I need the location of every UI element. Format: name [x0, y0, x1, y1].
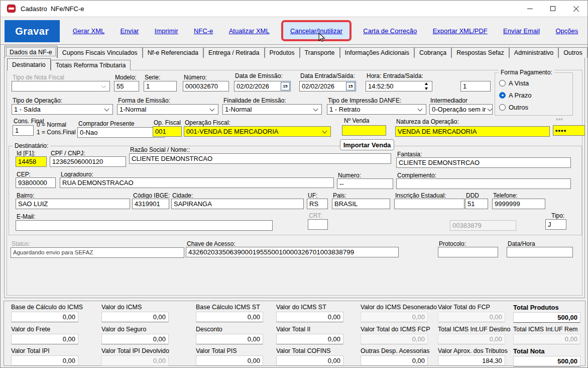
tab-entrega-retirada[interactable]: Entrega / Retirada — [203, 47, 264, 58]
natureza-operacao-label: Natureza da Operação: — [396, 118, 459, 125]
radio-label-outros: Outros — [509, 104, 528, 111]
complemento-field[interactable] — [396, 178, 571, 189]
crt-field[interactable] — [308, 219, 328, 230]
email-field[interactable] — [16, 220, 273, 231]
total-value-field[interactable]: 0,00 — [101, 355, 169, 366]
total-value-field[interactable]: 0,00 — [196, 334, 263, 344]
telefone-field[interactable]: 9999999 — [492, 199, 545, 209]
total-value-field[interactable]: 0,00 — [11, 312, 78, 322]
tab-informa-es-adicionais[interactable]: Informações Adicionais — [340, 47, 415, 58]
maximize-icon — [550, 6, 555, 11]
calendar-icon[interactable]: 15 — [346, 82, 355, 90]
total-value-field[interactable]: 0,00 — [513, 334, 580, 344]
total-value-field[interactable]: 0,00 — [276, 355, 343, 366]
tab-dados-da-nf-e[interactable]: Dados da NF-e — [5, 46, 57, 58]
total-label: Valor do ICMS Desonerado — [361, 304, 438, 311]
total-value-field[interactable]: 0,00 — [11, 355, 78, 366]
total-value-field[interactable]: 0,00 — [101, 312, 169, 322]
total-label: Outras Desp. Acessorias — [361, 347, 438, 354]
subtab-totais-reforma-tributaria[interactable]: Totais Reforma Tributaria — [51, 60, 131, 70]
tipo-field[interactable]: J — [545, 219, 566, 230]
ddd-field[interactable]: 51 — [465, 199, 488, 209]
tipo-operacao-combo[interactable]: 1 - Saída — [12, 104, 113, 115]
extra-field[interactable]: 1 — [460, 81, 491, 91]
total-value-field[interactable]: 0,00 — [438, 312, 505, 322]
total-value-field[interactable]: 500,00 — [513, 312, 580, 323]
tipo-impressao-danfe-combo[interactable]: 1 - Retrato — [327, 104, 426, 115]
radio-a-vista[interactable]: A Vista — [499, 77, 572, 89]
maximize-button[interactable] — [541, 1, 564, 17]
modelo-field[interactable]: 55 — [114, 81, 139, 91]
tab-cupons-fiscais-vinculados[interactable]: Cupons Fiscais Vinculados — [57, 47, 143, 58]
cidade-field[interactable]: SAPIRANGA — [171, 199, 304, 209]
total-value-field[interactable]: 0,00 — [438, 334, 505, 344]
total-value-field[interactable]: 0,00 — [276, 334, 343, 344]
toolbar-link-op-es[interactable]: Opções — [555, 27, 578, 35]
cpf-cnpj-field[interactable]: 12362506000120 — [50, 156, 126, 167]
numero-nf-field[interactable]: 000032670 — [183, 81, 229, 91]
total-value-field[interactable]: 0,00 — [196, 355, 263, 366]
total-label: Valor Total II — [276, 326, 361, 333]
total-value-field[interactable]: 0,00 — [101, 334, 169, 344]
cons-final-field[interactable]: 1 — [13, 125, 34, 136]
total-value-field[interactable]: 0,00 — [11, 334, 78, 344]
comprador-presente-combo[interactable]: 0-Nao — [77, 127, 165, 138]
op-fiscal-field[interactable]: 001 — [153, 126, 182, 137]
fantasia-field[interactable]: CLIENTE DEMONSTRCAO — [396, 157, 571, 168]
chave-acesso-field[interactable]: 4326020335063900019555001000032670100383… — [186, 247, 399, 257]
cep-label: CEP: — [17, 171, 31, 178]
toolbar-item-imprimir: Imprimir — [151, 20, 182, 41]
toolbar-link-exportar-xml-pdf[interactable]: Exportar XML/PDF — [433, 27, 488, 35]
toolbar-link-gerar-xml[interactable]: Gerar XML — [73, 27, 105, 35]
pais-field[interactable]: BRASIL — [332, 199, 390, 209]
inscricao-estadual-field[interactable] — [394, 199, 464, 209]
logradouro-field[interactable]: RUA DEMONSTRACAO — [60, 177, 334, 188]
toolbar-link-enviar-email[interactable]: Enviar Email — [503, 27, 540, 35]
close-button[interactable] — [564, 1, 587, 17]
total-value-field[interactable]: 0,00 — [196, 312, 263, 322]
time-spinner-icon[interactable] — [423, 82, 430, 90]
tab-cobran-a[interactable]: Cobrança — [414, 47, 451, 58]
toolbar-link-carta-de-corre-o[interactable]: Carta de Correção — [363, 27, 417, 35]
operacao-fiscal-combo[interactable]: 001-VENDA DE MERCADORIA — [184, 126, 331, 137]
subtab-destinatario[interactable]: Destinatario — [7, 58, 51, 70]
forma-emissao-combo[interactable]: 1-Normal — [117, 104, 218, 115]
total-value-field[interactable]: 0,00 — [361, 312, 428, 322]
radio-outros[interactable]: Outros — [499, 101, 572, 113]
toolbar-link-nfc-e[interactable]: NFC-e — [194, 27, 213, 35]
tipo-nota-fiscal-combo[interactable] — [12, 81, 110, 91]
serie-field[interactable]: 1 — [144, 81, 177, 91]
uf-field[interactable]: RS — [307, 199, 328, 209]
tab-respostas-sefaz[interactable]: Respostas Sefaz — [451, 47, 509, 58]
tab-nf-e-referenciada[interactable]: Nf-e Referenciada — [143, 47, 203, 58]
total-value-field[interactable]: 0,00 — [361, 355, 428, 366]
cep-field[interactable]: 93800000 — [16, 177, 56, 188]
total-value-field[interactable]: 0,00 — [276, 312, 343, 322]
calendar-icon[interactable]: 15 — [281, 82, 290, 90]
toolbar-link-atualizar-xml[interactable]: Atualizar XML — [229, 27, 270, 35]
codigo-ibge-field[interactable]: 4319901 — [132, 199, 169, 209]
total-value-field[interactable]: 184,30 — [438, 355, 505, 366]
gravar-button[interactable]: Gravar — [5, 20, 60, 42]
senha-field[interactable]: •••• — [553, 125, 585, 136]
razao-social-field[interactable]: CLIENTE DEMONSTRCAO — [129, 153, 391, 164]
total-value-field[interactable]: 500,00 — [513, 356, 580, 366]
tab-outros[interactable]: Outros — [558, 47, 587, 58]
num-venda-field[interactable] — [342, 125, 386, 136]
bairro-field[interactable]: SAO LUIZ — [16, 199, 130, 209]
tab-produtos[interactable]: Produtos — [265, 47, 300, 58]
radio-a-prazo[interactable]: A Prazo — [499, 89, 572, 101]
toolbar-link-imprimir[interactable]: Imprimir — [155, 27, 178, 35]
importar-venda-button[interactable]: Importar Venda — [340, 139, 394, 150]
intermediador-combo[interactable]: 0-Operação sem ir — [429, 104, 493, 115]
total-value-field[interactable]: 0,00 — [361, 334, 428, 344]
numero-field[interactable]: -- — [337, 178, 393, 189]
total-total-icms-int-uf-rem: Total ICMS Int.UF Rem0,00 — [513, 326, 583, 344]
natureza-operacao-field[interactable]: VENDA DE MERCADORIA — [395, 126, 550, 137]
minimize-button[interactable] — [518, 1, 541, 17]
id-field[interactable]: 14458 — [16, 156, 47, 167]
tab-transporte[interactable]: Transporte — [300, 47, 340, 58]
toolbar-link-enviar[interactable]: Enviar — [121, 27, 139, 35]
finalidade-emissao-combo[interactable]: 1-Normal — [222, 104, 322, 115]
tab-administrativo[interactable]: Administrativo — [509, 47, 559, 58]
